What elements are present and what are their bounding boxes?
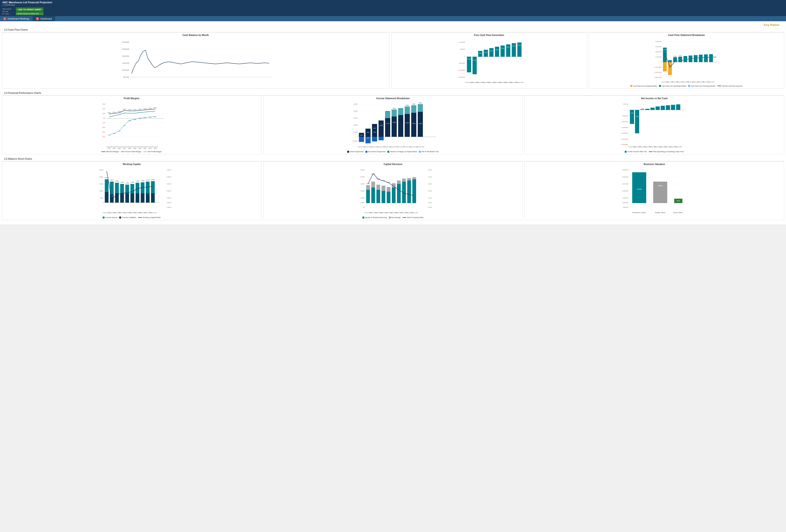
svg-text:1,000k: 1,000k [360,202,365,203]
svg-text:1017k: 1017k [676,102,680,104]
app-subtitle: s_Dashboard [2,4,784,6]
svg-text:(1,000,000): (1,000,000) [654,67,662,68]
svg-text:Forecast 2033: Forecast 2033 [411,212,418,213]
svg-text:6,000k: 6,000k [360,169,365,171]
svg-rect-226 [635,110,639,133]
svg-text:-235k: -235k [636,116,639,117]
svg-text:40.0%: 40.0% [428,169,432,171]
svg-text:18.2%: 18.2% [118,111,121,112]
link-to-front-sheet-button[interactable]: LINK TO FRONT SHEET [16,7,43,12]
svg-text:4,000.0: 4,000.0 [167,190,171,192]
income-statement-chart-box: Income Statement Breakdown 5,000k 4,000k… [263,95,523,154]
svg-text:11.9%: 11.9% [128,109,131,110]
svg-rect-80 [709,54,713,62]
svg-text:2031: 2031 [143,148,146,149]
svg-text:1017k: 1017k [512,45,516,47]
nav-item-dashboard-workings[interactable]: 1 Dashboard Workings [0,16,33,21]
svg-text:3,701k: 3,701k [663,49,667,50]
svg-rect-165 [359,137,364,142]
legend-equity: Equity & Retained Earning [363,216,387,218]
svg-rect-351 [387,192,390,203]
svg-rect-71 [668,60,672,62]
legend-ebitda-line [101,152,105,152]
svg-rect-363 [402,179,406,182]
nav-label-2: Dashboard [40,18,52,20]
tab-check-rows: OK OK Err Alert [2,10,11,15]
svg-rect-349 [382,186,385,191]
nav-item-dashboard[interactable]: 2 Dashboard [33,16,55,21]
svg-text:35.0%: 35.0% [428,176,432,178]
svg-rect-301 [146,193,149,203]
svg-text:1,914k: 1,914k [146,179,149,181]
svg-rect-228 [645,109,649,110]
svg-text:(1,500,000): (1,500,000) [621,127,628,128]
legend-debt-equity-ratio: Debt to Equity Ratio [402,216,423,218]
svg-text:0: 0 [102,202,103,203]
svg-text:Forecast: Forecast [127,146,132,147]
business-valuation-chart-box: Business Valuation 2,000,000 1,800,000 1… [525,161,784,220]
svg-text:(500,000): (500,000) [622,115,628,116]
svg-rect-77 [694,55,697,62]
svg-rect-184 [405,114,410,137]
svg-rect-335 [366,190,370,203]
svg-text:500,000: 500,000 [123,76,129,78]
business-valuation-svg: 2,000,000 1,800,000 1,600,000 1,400,000 … [526,166,783,215]
svg-text:25.0%: 25.0% [428,190,432,192]
svg-rect-369 [412,178,416,179]
gross-profit-line [109,111,155,117]
svg-text:500,000: 500,000 [460,49,465,50]
svg-rect-225 [630,110,634,124]
net-income-chart-box: Net Income vs Net Cash 500,000 0 (500,00… [525,95,784,154]
svg-rect-79 [704,54,708,62]
svg-text:-129k: -129k [630,112,633,114]
profit-margins-title: Profit Margins [3,97,260,100]
svg-rect-367 [412,179,416,203]
svg-text:839k: 839k [667,103,669,105]
financial-chart-row: Profit Margins 30% 20% 10% 0% -10% -20% … [2,95,784,154]
svg-rect-195 [418,104,423,112]
svg-rect-186 [411,113,416,137]
svg-text:30.0%: 30.0% [428,183,432,185]
svg-text:14.9%: 14.9% [107,112,111,113]
legend-dot-assets [103,217,105,218]
cashflow-legend: Cash Flows from Investing Activities Cas… [591,85,783,87]
legend-operating: Cash Flows from Operating Activities [659,85,686,87]
svg-text:500,000: 500,000 [623,103,628,105]
legend-gross-line [121,152,124,152]
svg-text:544k: 544k [662,104,664,105]
tab-check-label: Tab Check [2,8,11,10]
svg-rect-337 [366,185,370,190]
svg-text:1,000k: 1,000k [353,132,358,133]
svg-text:-10%: -10% [102,122,106,123]
svg-text:5,000k: 5,000k [353,103,358,105]
nav-num-2: 2 [36,17,39,20]
working-capital-svg: 2,500k 2,000k 1,500k 1,000k 500k 0 7,000… [3,166,260,215]
svg-text:2,500,000: 2,500,000 [122,48,129,50]
svg-text:901k: 901k [507,46,510,48]
svg-text:190k: 190k [676,200,680,202]
free-cash-title: Free Cash Flow Generation [393,34,585,37]
working-capital-title: Working Capital [3,163,260,165]
svg-text:23.8%: 23.8% [148,108,152,109]
svg-text:1,858k: 1,858k [151,179,155,180]
svg-text:185k: 185k [360,135,363,136]
svg-text:1,800,000: 1,800,000 [622,176,628,178]
svg-rect-345 [376,185,380,190]
svg-text:400k: 400k [367,132,369,133]
svg-text:3526k: 3526k [393,108,396,109]
svg-text:26.4%: 26.4% [123,109,126,110]
legend-net-op-invest: Net Operating & Investing Cash Flow [649,151,684,153]
svg-text:801k: 801k [501,48,504,49]
svg-text:6,000.0: 6,000.0 [167,176,171,178]
svg-rect-183 [398,115,403,137]
svg-text:0k: 0k [363,207,365,208]
svg-text:2026: 2026 [118,148,121,149]
legend-dot-financing [688,85,690,87]
svg-text:1094k: 1094k [517,45,522,46]
cashflow-breakdown-chart-box: Cash Flow Statement Breakdown 4,000,000 … [589,32,784,89]
svg-text:5198k: 5198k [412,103,415,105]
svg-text:8.4%: 8.4% [149,116,152,118]
svg-text:15.0%: 15.0% [428,202,432,203]
legend-current-liabilities: Current Liabilities [119,216,136,218]
svg-text:2,825k: 2,825k [406,122,409,123]
